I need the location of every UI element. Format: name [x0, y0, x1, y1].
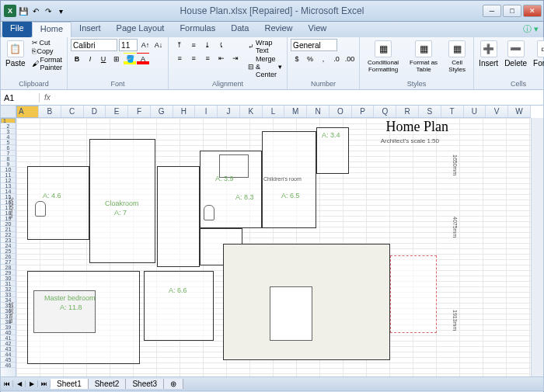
close-button[interactable]: ✕ — [523, 5, 542, 17]
ribbon-tabs: File Home Insert Page Layout Formulas Da… — [0, 22, 544, 37]
format-as-table-button[interactable]: ▦Format as Table — [406, 39, 441, 75]
ribbon: 📋Paste ✂ Cut ⎘ Copy 🖌 Format Painter Cli… — [0, 37, 544, 90]
align-top-icon[interactable]: ⤒ — [173, 39, 186, 51]
cell-styles-button[interactable]: ▦Cell Styles — [444, 39, 470, 75]
border-button[interactable]: ⊞ — [110, 53, 123, 65]
dim-3: 1650mm — [452, 154, 458, 175]
align-mid-icon[interactable]: ≡ — [187, 39, 200, 51]
save-icon[interactable]: 💾 — [18, 5, 29, 16]
conditional-formatting-button[interactable]: ▦Conditional Formatting — [363, 39, 403, 75]
tab-insert[interactable]: Insert — [71, 22, 109, 37]
formula-bar: A1 fx — [0, 90, 544, 106]
fill-color-button[interactable]: 🪣 — [124, 53, 136, 65]
room-cloak: Cloakroom — [105, 199, 139, 207]
room-a7: A: 7 — [114, 209, 127, 217]
vertical-scrollbar[interactable] — [531, 118, 543, 376]
sheet-tab-1[interactable]: Sheet1 — [51, 379, 89, 389]
sheet-tab-bar: ⏮ ◀ ▶ ⏭ Sheet1 Sheet2 Sheet3 ⊕ — [0, 377, 544, 391]
bold-button[interactable]: B — [71, 53, 83, 65]
group-clipboard: 📋Paste ✂ Cut ⎘ Copy 🖌 Format Painter Cli… — [1, 37, 68, 89]
tab-home[interactable]: Home — [32, 22, 71, 37]
increase-font-icon[interactable]: A↑ — [139, 39, 152, 51]
font-color-button[interactable]: A — [137, 53, 149, 65]
currency-icon[interactable]: $ — [291, 53, 303, 65]
help-icon[interactable]: ⓘ ▾ — [518, 22, 543, 37]
new-sheet-button[interactable]: ⊕ — [164, 379, 183, 389]
dim-5: 1913mm — [452, 310, 458, 331]
underline-button[interactable]: U — [97, 53, 110, 65]
tab-page-layout[interactable]: Page Layout — [109, 22, 173, 37]
room-a65: A: 6.5 — [281, 192, 300, 199]
group-styles: ▦Conditional Formatting ▦Format as Table… — [360, 37, 474, 89]
copy-button[interactable]: ⎘ Copy — [30, 47, 65, 55]
sheet-tab-2[interactable]: Sheet2 — [89, 379, 127, 389]
percent-icon[interactable]: % — [304, 53, 316, 65]
italic-button[interactable]: I — [84, 53, 96, 65]
sheet-nav-prev-icon[interactable]: ◀ — [13, 380, 26, 387]
number-format-select[interactable]: General — [291, 39, 337, 51]
floorplan-image: Home Plan Architect's scale 1:50 A: 3.4 … — [5, 108, 472, 372]
merge-center-button[interactable]: ⊟ Merge & Center ▾ — [246, 55, 284, 78]
room-a34: A: 3.4 — [322, 131, 340, 139]
excel-icon: X — [4, 5, 16, 17]
comma-icon[interactable]: , — [317, 53, 330, 65]
tab-review[interactable]: Review — [256, 22, 300, 37]
worksheet-area[interactable]: ABCDEFGHIJKLMNOPQRSTUVW 1234567891011121… — [0, 106, 544, 377]
align-center-icon[interactable]: ≡ — [187, 52, 200, 64]
window-title: House Plan.xlsx [Repaired] - Microsoft E… — [180, 5, 364, 16]
paste-button[interactable]: 📋Paste — [4, 39, 27, 69]
align-bot-icon[interactable]: ⤓ — [201, 39, 214, 51]
quick-access-toolbar: X 💾 ↶ ↷ ▾ — [1, 5, 69, 17]
align-left-icon[interactable]: ≡ — [173, 52, 186, 64]
dim-4: 4075mm — [452, 217, 458, 238]
format-painter-button[interactable]: 🖌 Format Painter — [30, 56, 65, 71]
inc-decimal-icon[interactable]: .0 — [330, 53, 343, 65]
tab-view[interactable]: View — [301, 22, 335, 37]
group-cells: ➕Insert ➖Delete ▭Format Cells — [474, 37, 544, 89]
dim-1: 2650mm — [9, 197, 14, 218]
room-a118: A: 11.8 — [60, 304, 82, 311]
room-child: Children's room — [263, 176, 302, 182]
fx-icon[interactable]: fx — [40, 93, 55, 102]
plan-scale: Architect's scale 1:50 — [381, 137, 439, 144]
dec-decimal-icon[interactable]: .00 — [343, 53, 356, 65]
orientation-icon[interactable]: ⤹ — [215, 39, 228, 51]
tab-formulas[interactable]: Formulas — [172, 22, 223, 37]
tab-data[interactable]: Data — [223, 22, 256, 37]
group-alignment: ⤒≡⤓⤹ ≡≡≡⇤⇥ ⤶ Wrap Text ⊟ Merge & Center … — [169, 37, 288, 89]
dim-2: 3530mm — [9, 302, 14, 323]
group-number: General $%,.0.00 Number — [288, 37, 360, 89]
sheet-nav-next-icon[interactable]: ▶ — [26, 380, 38, 387]
font-name-select[interactable]: Calibri — [71, 39, 117, 51]
sheet-nav-first-icon[interactable]: ⏮ — [1, 380, 13, 387]
font-size-select[interactable]: 11 — [119, 39, 138, 51]
decrease-font-icon[interactable]: A↓ — [152, 39, 165, 51]
indent-dec-icon[interactable]: ⇤ — [215, 52, 228, 64]
cut-button[interactable]: ✂ Cut — [30, 39, 65, 47]
room-a39: A: 3.9 — [215, 175, 234, 182]
group-font: Calibri 11 A↑A↓ B I U ⊞ 🪣 A Font — [68, 37, 169, 89]
qat-dropdown-icon[interactable]: ▾ — [55, 5, 66, 16]
maximize-button[interactable]: □ — [503, 5, 521, 17]
wrap-text-button[interactable]: ⤶ Wrap Text — [246, 39, 284, 54]
delete-button[interactable]: ➖Delete — [503, 39, 528, 69]
format-button[interactable]: ▭Format — [532, 39, 544, 69]
sheet-tab-3[interactable]: Sheet3 — [126, 379, 164, 389]
title-bar: X 💾 ↶ ↷ ▾ House Plan.xlsx [Repaired] - M… — [0, 0, 544, 22]
indent-inc-icon[interactable]: ⇥ — [229, 52, 242, 64]
undo-icon[interactable]: ↶ — [30, 5, 41, 16]
name-box[interactable]: A1 — [1, 93, 40, 102]
insert-button[interactable]: ➕Insert — [477, 39, 500, 69]
sheet-nav-last-icon[interactable]: ⏭ — [38, 380, 51, 387]
room-a83: A: 8.3 — [235, 193, 254, 201]
redo-icon[interactable]: ↷ — [43, 5, 54, 16]
plan-title: Home Plan — [386, 119, 449, 135]
align-right-icon[interactable]: ≡ — [201, 52, 214, 64]
tab-file[interactable]: File — [2, 22, 32, 37]
minimize-button[interactable]: ─ — [483, 5, 501, 17]
room-a46: A: 4.6 — [43, 192, 61, 199]
room-master: Master bedroom — [44, 294, 96, 302]
room-a66: A: 6.6 — [169, 286, 187, 294]
